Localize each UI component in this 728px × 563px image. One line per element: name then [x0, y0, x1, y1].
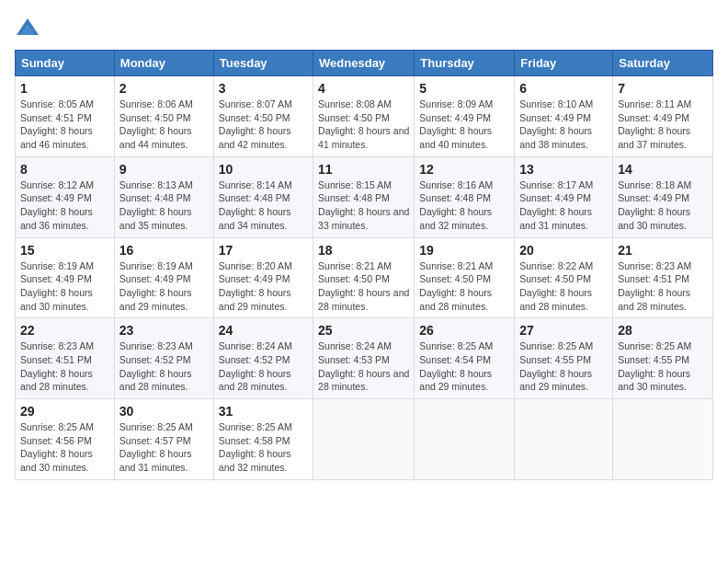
- calendar-cell: 28 Sunrise: 8:25 AM Sunset: 4:55 PM Dayl…: [613, 318, 713, 399]
- day-number: 14: [618, 162, 708, 177]
- calendar-cell: 11 Sunrise: 8:15 AM Sunset: 4:48 PM Dayl…: [313, 156, 415, 237]
- calendar-cell: 10 Sunrise: 8:14 AM Sunset: 4:48 PM Dayl…: [213, 156, 313, 237]
- calendar-week-row: 1 Sunrise: 8:05 AM Sunset: 4:51 PM Dayli…: [16, 76, 713, 157]
- weekday-header-friday: Friday: [515, 51, 613, 76]
- day-number: 5: [419, 81, 509, 96]
- calendar-cell: 18 Sunrise: 8:21 AM Sunset: 4:50 PM Dayl…: [313, 237, 415, 318]
- day-detail: Sunrise: 8:17 AM Sunset: 4:49 PM Dayligh…: [519, 178, 608, 233]
- calendar-cell: 30 Sunrise: 8:25 AM Sunset: 4:57 PM Dayl…: [114, 399, 213, 480]
- day-detail: Sunrise: 8:07 AM Sunset: 4:50 PM Dayligh…: [219, 98, 308, 152]
- weekday-header-sunday: Sunday: [16, 51, 115, 76]
- day-detail: Sunrise: 8:16 AM Sunset: 4:48 PM Dayligh…: [419, 178, 509, 233]
- calendar-cell: 4 Sunrise: 8:08 AM Sunset: 4:50 PM Dayli…: [313, 76, 415, 157]
- calendar-table: SundayMondayTuesdayWednesdayThursdayFrid…: [15, 50, 713, 480]
- day-number: 1: [20, 81, 109, 96]
- day-number: 26: [419, 323, 509, 338]
- calendar-cell: [313, 399, 415, 480]
- calendar-week-row: 8 Sunrise: 8:12 AM Sunset: 4:49 PM Dayli…: [16, 156, 713, 237]
- calendar-cell: 14 Sunrise: 8:18 AM Sunset: 4:49 PM Dayl…: [613, 156, 713, 237]
- weekday-header-monday: Monday: [114, 51, 213, 76]
- day-number: 24: [219, 323, 308, 338]
- day-detail: Sunrise: 8:12 AM Sunset: 4:49 PM Dayligh…: [20, 178, 109, 233]
- day-detail: Sunrise: 8:25 AM Sunset: 4:58 PM Dayligh…: [219, 420, 308, 475]
- calendar-cell: 24 Sunrise: 8:24 AM Sunset: 4:52 PM Dayl…: [213, 318, 313, 399]
- weekday-header-thursday: Thursday: [415, 51, 515, 76]
- day-detail: Sunrise: 8:19 AM Sunset: 4:49 PM Dayligh…: [20, 259, 109, 314]
- day-number: 11: [318, 162, 409, 177]
- day-detail: Sunrise: 8:25 AM Sunset: 4:54 PM Dayligh…: [419, 339, 509, 394]
- calendar-cell: 5 Sunrise: 8:09 AM Sunset: 4:49 PM Dayli…: [415, 76, 515, 157]
- calendar-header-row: SundayMondayTuesdayWednesdayThursdayFrid…: [16, 51, 713, 76]
- day-number: 23: [119, 323, 209, 338]
- day-number: 21: [618, 243, 708, 258]
- day-number: 25: [318, 323, 409, 338]
- calendar-cell: 23 Sunrise: 8:23 AM Sunset: 4:52 PM Dayl…: [114, 318, 213, 399]
- day-number: 20: [519, 243, 608, 258]
- calendar-cell: 29 Sunrise: 8:25 AM Sunset: 4:56 PM Dayl…: [16, 399, 115, 480]
- calendar-cell: 27 Sunrise: 8:25 AM Sunset: 4:55 PM Dayl…: [515, 318, 613, 399]
- day-number: 27: [519, 323, 608, 338]
- day-number: 16: [119, 243, 209, 258]
- day-detail: Sunrise: 8:05 AM Sunset: 4:51 PM Dayligh…: [20, 98, 109, 152]
- day-detail: Sunrise: 8:23 AM Sunset: 4:52 PM Dayligh…: [119, 339, 209, 394]
- logo-icon: [15, 15, 40, 40]
- calendar-cell: 6 Sunrise: 8:10 AM Sunset: 4:49 PM Dayli…: [515, 76, 613, 157]
- day-detail: Sunrise: 8:06 AM Sunset: 4:50 PM Dayligh…: [119, 98, 209, 152]
- calendar-cell: 26 Sunrise: 8:25 AM Sunset: 4:54 PM Dayl…: [415, 318, 515, 399]
- day-detail: Sunrise: 8:25 AM Sunset: 4:56 PM Dayligh…: [20, 420, 109, 475]
- day-number: 10: [219, 162, 308, 177]
- day-number: 29: [20, 404, 109, 419]
- day-number: 18: [318, 243, 409, 258]
- calendar-week-row: 15 Sunrise: 8:19 AM Sunset: 4:49 PM Dayl…: [16, 237, 713, 318]
- day-detail: Sunrise: 8:25 AM Sunset: 4:55 PM Dayligh…: [519, 339, 608, 394]
- calendar-cell: [515, 399, 613, 480]
- calendar-week-row: 22 Sunrise: 8:23 AM Sunset: 4:51 PM Dayl…: [16, 318, 713, 399]
- calendar-cell: 3 Sunrise: 8:07 AM Sunset: 4:50 PM Dayli…: [213, 76, 313, 157]
- day-number: 15: [20, 243, 109, 258]
- day-detail: Sunrise: 8:13 AM Sunset: 4:48 PM Dayligh…: [119, 178, 209, 233]
- calendar-cell: 15 Sunrise: 8:19 AM Sunset: 4:49 PM Dayl…: [16, 237, 115, 318]
- calendar-cell: 13 Sunrise: 8:17 AM Sunset: 4:49 PM Dayl…: [515, 156, 613, 237]
- day-detail: Sunrise: 8:25 AM Sunset: 4:55 PM Dayligh…: [618, 339, 708, 394]
- day-number: 8: [20, 162, 109, 177]
- calendar-cell: 17 Sunrise: 8:20 AM Sunset: 4:49 PM Dayl…: [213, 237, 313, 318]
- calendar-cell: [613, 399, 713, 480]
- calendar-cell: 21 Sunrise: 8:23 AM Sunset: 4:51 PM Dayl…: [613, 237, 713, 318]
- calendar-cell: 22 Sunrise: 8:23 AM Sunset: 4:51 PM Dayl…: [16, 318, 115, 399]
- day-number: 13: [519, 162, 608, 177]
- calendar-cell: 16 Sunrise: 8:19 AM Sunset: 4:49 PM Dayl…: [114, 237, 213, 318]
- calendar-cell: 12 Sunrise: 8:16 AM Sunset: 4:48 PM Dayl…: [415, 156, 515, 237]
- day-number: 19: [419, 243, 509, 258]
- day-detail: Sunrise: 8:11 AM Sunset: 4:49 PM Dayligh…: [618, 98, 708, 152]
- day-number: 9: [119, 162, 209, 177]
- day-detail: Sunrise: 8:15 AM Sunset: 4:48 PM Dayligh…: [318, 178, 409, 233]
- calendar-cell: 20 Sunrise: 8:22 AM Sunset: 4:50 PM Dayl…: [515, 237, 613, 318]
- day-detail: Sunrise: 8:09 AM Sunset: 4:49 PM Dayligh…: [419, 98, 509, 152]
- logo: [15, 15, 44, 40]
- calendar-cell: 19 Sunrise: 8:21 AM Sunset: 4:50 PM Dayl…: [415, 237, 515, 318]
- day-number: 17: [219, 243, 308, 258]
- day-detail: Sunrise: 8:25 AM Sunset: 4:57 PM Dayligh…: [119, 420, 209, 475]
- day-number: 2: [119, 81, 209, 96]
- day-detail: Sunrise: 8:20 AM Sunset: 4:49 PM Dayligh…: [219, 259, 308, 314]
- calendar-week-row: 29 Sunrise: 8:25 AM Sunset: 4:56 PM Dayl…: [16, 399, 713, 480]
- day-detail: Sunrise: 8:18 AM Sunset: 4:49 PM Dayligh…: [618, 178, 708, 233]
- weekday-header-saturday: Saturday: [613, 51, 713, 76]
- calendar-cell: 1 Sunrise: 8:05 AM Sunset: 4:51 PM Dayli…: [16, 76, 115, 157]
- day-detail: Sunrise: 8:23 AM Sunset: 4:51 PM Dayligh…: [20, 339, 109, 394]
- day-detail: Sunrise: 8:19 AM Sunset: 4:49 PM Dayligh…: [119, 259, 209, 314]
- day-number: 22: [20, 323, 109, 338]
- day-number: 31: [219, 404, 308, 419]
- day-detail: Sunrise: 8:22 AM Sunset: 4:50 PM Dayligh…: [519, 259, 608, 314]
- calendar-cell: [415, 399, 515, 480]
- day-number: 3: [219, 81, 308, 96]
- day-detail: Sunrise: 8:10 AM Sunset: 4:49 PM Dayligh…: [519, 98, 608, 152]
- day-detail: Sunrise: 8:21 AM Sunset: 4:50 PM Dayligh…: [419, 259, 509, 314]
- calendar-cell: 8 Sunrise: 8:12 AM Sunset: 4:49 PM Dayli…: [16, 156, 115, 237]
- day-number: 7: [618, 81, 708, 96]
- page-header: [15, 15, 713, 40]
- day-detail: Sunrise: 8:08 AM Sunset: 4:50 PM Dayligh…: [318, 98, 409, 152]
- day-number: 12: [419, 162, 509, 177]
- calendar-cell: 7 Sunrise: 8:11 AM Sunset: 4:49 PM Dayli…: [613, 76, 713, 157]
- day-number: 30: [119, 404, 209, 419]
